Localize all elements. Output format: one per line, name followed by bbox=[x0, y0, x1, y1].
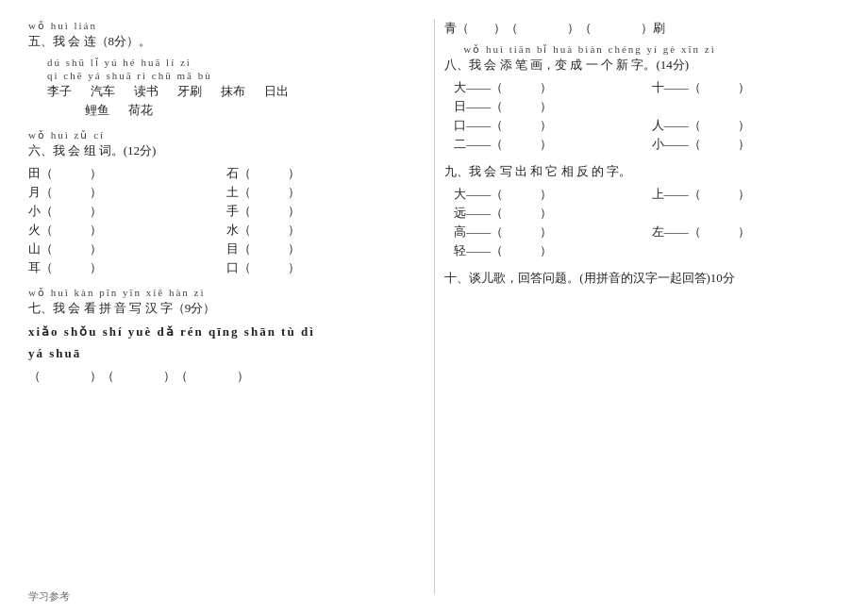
s8-r4c2: 小——（ ） bbox=[652, 136, 840, 153]
s8-r1c2: 十——（ ） bbox=[652, 79, 840, 96]
section7-pinyin: wǒ huì kàn pīn yīn xiě hàn zì bbox=[28, 286, 415, 299]
word-yashua: 牙刷 bbox=[177, 83, 202, 100]
section-8: wǒ huì tiān bǐ huà biàn chéng yí gè xīn … bbox=[444, 42, 840, 153]
top-chars-line: 青（ ）（ ）（ ）刷 bbox=[444, 19, 840, 39]
section5-words-pinyin: dú shū lǐ yú hé huā lí zi bbox=[28, 56, 415, 69]
word-qiche: 汽车 bbox=[91, 83, 115, 100]
word-lizi: 李子 bbox=[47, 83, 72, 100]
word-mobu: 抹布 bbox=[221, 83, 245, 100]
s6-r1c1: 田（ ） bbox=[28, 165, 217, 182]
word-liyu: 鲤鱼 bbox=[85, 102, 109, 119]
section5-title: 五、我 会 连（8分）。 bbox=[28, 32, 415, 52]
s8-r4c1: 二——（ ） bbox=[454, 136, 642, 153]
s6-r2c2: 土（ ） bbox=[226, 184, 415, 201]
section8-grid: 大——（ ） 十——（ ） 日——（ ） 口——（ ） 人——（ ） 二——（ … bbox=[444, 79, 840, 153]
word-dushu: 读书 bbox=[134, 83, 159, 100]
section-5: wǒ huì lián 五、我 会 连（8分）。 dú shū lǐ yú hé… bbox=[28, 19, 415, 119]
s8-r1c1: 大——（ ） bbox=[454, 79, 642, 96]
s9-r4c2 bbox=[652, 242, 840, 259]
section8-title: 八、我 会 添 笔 画，变 成 一 个 新 字。(14分) bbox=[444, 56, 840, 75]
section6-grid: 田（ ） 石（ ） 月（ ） 土（ ） 小（ ） 手（ ） 火（ ） 水（ ） … bbox=[28, 165, 415, 276]
section9-grid: 大——（ ） 上——（ ） 远——（ ） 高——（ ） 左——（ ） 轻——（ … bbox=[444, 186, 840, 259]
word-hehua: 荷花 bbox=[128, 102, 153, 119]
s9-r3c2: 左——（ ） bbox=[652, 224, 840, 240]
s6-r5c1: 山（ ） bbox=[28, 240, 217, 257]
s8-r2c2 bbox=[652, 98, 840, 115]
section6-pinyin: wǒ huì zǔ cí bbox=[28, 128, 415, 141]
s6-r1c2: 石（ ） bbox=[226, 165, 415, 182]
section5-words-pinyin2: qì chē yá shuā rì chū mā bù bbox=[28, 69, 415, 82]
footer: 学习参考 bbox=[28, 589, 70, 604]
s6-r6c2: 口（ ） bbox=[226, 259, 415, 276]
section10-title: 十、谈儿歌，回答问题。(用拼音的汉字一起回答)10分 bbox=[444, 269, 840, 289]
section8-pinyin: wǒ huì tiān bǐ huà biàn chéng yí gè xīn … bbox=[444, 42, 840, 56]
left-column: wǒ huì lián 五、我 会 连（8分）。 dú shū lǐ yú hé… bbox=[28, 19, 434, 594]
s6-r3c1: 小（ ） bbox=[28, 203, 217, 220]
section5-word-row2: 鲤鱼 荷花 bbox=[28, 102, 415, 119]
s6-r4c1: 火（ ） bbox=[28, 222, 217, 239]
s6-r3c2: 手（ ） bbox=[226, 203, 415, 220]
s6-r4c2: 水（ ） bbox=[226, 222, 415, 239]
section-6: wǒ huì zǔ cí 六、我 会 组 词。(12分) 田（ ） 石（ ） 月… bbox=[28, 128, 415, 276]
s6-r2c1: 月（ ） bbox=[28, 184, 217, 201]
footer-label: 学习参考 bbox=[28, 590, 70, 602]
section7-blanks: （ ）（ ）（ ） bbox=[28, 367, 415, 387]
s9-r1c2: 上——（ ） bbox=[652, 186, 840, 203]
right-column: 青（ ）（ ）（ ）刷 wǒ huì tiān bǐ huà biàn chén… bbox=[434, 19, 840, 594]
s8-r2c1: 日——（ ） bbox=[454, 98, 642, 115]
section-top-chars: 青（ ）（ ）（ ）刷 bbox=[444, 19, 840, 39]
section9-title: 九、我 会 写 出 和 它 相 反 的 字。 bbox=[444, 162, 840, 182]
s8-r3c1: 口——（ ） bbox=[454, 117, 642, 134]
section-10: 十、谈儿歌，回答问题。(用拼音的汉字一起回答)10分 bbox=[444, 269, 840, 289]
word-richu: 日出 bbox=[264, 83, 289, 100]
s8-r3c2: 人——（ ） bbox=[652, 117, 840, 134]
s9-r3c1: 高——（ ） bbox=[454, 224, 642, 240]
section5-pinyin: wǒ huì lián bbox=[28, 19, 415, 32]
section5-word-row1: 李子 汽车 读书 牙刷 抹布 日出 bbox=[28, 83, 415, 100]
s6-r5c2: 目（ ） bbox=[226, 240, 415, 257]
s9-r4c1: 轻——（ ） bbox=[454, 242, 642, 259]
page: wǒ huì lián 五、我 会 连（8分）。 dú shū lǐ yú hé… bbox=[0, 0, 868, 613]
s9-r1c1: 大——（ ） bbox=[454, 186, 642, 203]
s9-r2c1: 远——（ ） bbox=[454, 205, 642, 222]
section-9: 九、我 会 写 出 和 它 相 反 的 字。 大——（ ） 上——（ ） 远——… bbox=[444, 162, 840, 259]
s9-r2c2 bbox=[652, 205, 840, 222]
section6-title: 六、我 会 组 词。(12分) bbox=[28, 141, 415, 161]
section7-bold-words2: yá shuā bbox=[28, 344, 415, 364]
section7-bold-words: xiǎo shǒu shí yuè dǎ rén qīng shān tù dì bbox=[28, 323, 415, 342]
s6-r6c1: 耳（ ） bbox=[28, 259, 217, 276]
section-7: wǒ huì kàn pīn yīn xiě hàn zì 七、我 会 看 拼 … bbox=[28, 286, 415, 387]
section7-title: 七、我 会 看 拼 音 写 汉 字（9分） bbox=[28, 299, 415, 319]
